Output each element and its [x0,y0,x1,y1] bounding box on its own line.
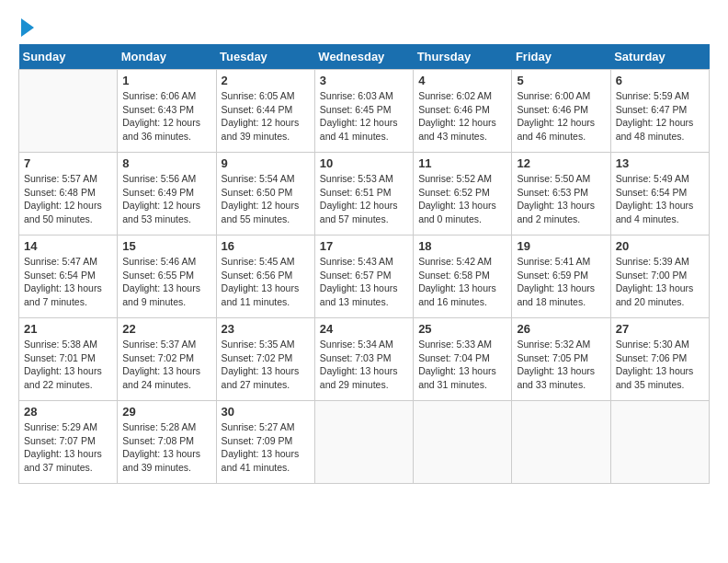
day-number: 16 [222,239,310,253]
day-number: 3 [320,74,408,87]
day-number: 6 [616,74,704,87]
day-info: Sunrise: 5:41 AM Sunset: 6:59 PM Dayligh… [517,255,605,309]
day-number: 24 [320,322,408,336]
calendar-cell: 29Sunrise: 5:28 AM Sunset: 7:08 PM Dayli… [118,401,216,484]
calendar-cell: 26Sunrise: 5:32 AM Sunset: 7:05 PM Dayli… [512,318,610,401]
calendar-week-row: 21Sunrise: 5:38 AM Sunset: 7:01 PM Dayli… [19,318,710,401]
calendar-cell: 6Sunrise: 5:59 AM Sunset: 6:47 PM Daylig… [610,70,709,153]
day-info: Sunrise: 5:42 AM Sunset: 6:58 PM Dayligh… [418,255,506,309]
calendar-week-row: 1Sunrise: 6:06 AM Sunset: 6:43 PM Daylig… [19,70,710,153]
calendar-cell: 7Sunrise: 5:57 AM Sunset: 6:48 PM Daylig… [19,153,118,236]
day-number: 2 [222,74,310,87]
day-number: 26 [517,322,605,336]
day-info: Sunrise: 5:28 AM Sunset: 7:08 PM Dayligh… [122,420,210,475]
day-number: 28 [24,405,112,419]
weekday-header-saturday: Saturday [610,44,709,70]
day-number: 15 [122,239,210,253]
calendar-cell: 13Sunrise: 5:49 AM Sunset: 6:54 PM Dayli… [610,153,709,236]
day-number: 20 [616,239,704,253]
calendar-cell: 15Sunrise: 5:46 AM Sunset: 6:55 PM Dayli… [118,236,216,318]
day-info: Sunrise: 6:06 AM Sunset: 6:43 PM Dayligh… [122,89,210,144]
day-info: Sunrise: 6:05 AM Sunset: 6:44 PM Dayligh… [222,89,310,144]
weekday-header-sunday: Sunday [19,44,118,70]
day-info: Sunrise: 6:03 AM Sunset: 6:45 PM Dayligh… [320,89,408,144]
calendar-week-row: 28Sunrise: 5:29 AM Sunset: 7:07 PM Dayli… [19,401,710,484]
calendar-cell: 18Sunrise: 5:42 AM Sunset: 6:58 PM Dayli… [414,236,512,318]
calendar-cell: 2Sunrise: 6:05 AM Sunset: 6:44 PM Daylig… [216,70,314,153]
calendar-cell: 1Sunrise: 6:06 AM Sunset: 6:43 PM Daylig… [118,70,216,153]
day-info: Sunrise: 6:02 AM Sunset: 6:46 PM Dayligh… [418,89,506,144]
day-number: 27 [616,322,704,336]
day-number: 5 [517,74,605,87]
calendar-cell: 27Sunrise: 5:30 AM Sunset: 7:06 PM Dayli… [610,318,709,401]
day-info: Sunrise: 5:43 AM Sunset: 6:57 PM Dayligh… [320,255,408,309]
day-number: 9 [222,156,310,170]
calendar-cell: 3Sunrise: 6:03 AM Sunset: 6:45 PM Daylig… [314,70,413,153]
calendar-cell: 5Sunrise: 6:00 AM Sunset: 6:46 PM Daylig… [512,70,610,153]
day-info: Sunrise: 5:56 AM Sunset: 6:49 PM Dayligh… [122,172,210,226]
day-info: Sunrise: 5:49 AM Sunset: 6:54 PM Dayligh… [616,172,704,226]
calendar-cell [610,401,709,484]
calendar-cell: 4Sunrise: 6:02 AM Sunset: 6:46 PM Daylig… [414,70,512,153]
calendar-week-row: 7Sunrise: 5:57 AM Sunset: 6:48 PM Daylig… [19,153,710,236]
calendar-cell: 17Sunrise: 5:43 AM Sunset: 6:57 PM Dayli… [314,236,413,318]
calendar-header-row: SundayMondayTuesdayWednesdayThursdayFrid… [19,44,710,70]
day-number: 25 [418,322,506,336]
day-number: 30 [222,405,310,419]
calendar-cell: 25Sunrise: 5:33 AM Sunset: 7:04 PM Dayli… [414,318,512,401]
calendar-cell [414,401,512,484]
day-info: Sunrise: 5:33 AM Sunset: 7:04 PM Dayligh… [418,338,506,392]
calendar-cell: 28Sunrise: 5:29 AM Sunset: 7:07 PM Dayli… [19,401,118,484]
day-number: 21 [24,322,112,336]
calendar-cell [19,70,118,153]
day-info: Sunrise: 5:52 AM Sunset: 6:52 PM Dayligh… [418,172,506,226]
day-info: Sunrise: 5:38 AM Sunset: 7:01 PM Dayligh… [24,338,112,392]
weekday-header-friday: Friday [512,44,610,70]
calendar-cell: 10Sunrise: 5:53 AM Sunset: 6:51 PM Dayli… [314,153,413,236]
day-info: Sunrise: 5:37 AM Sunset: 7:02 PM Dayligh… [122,338,210,392]
day-info: Sunrise: 6:00 AM Sunset: 6:46 PM Dayligh… [517,89,605,144]
day-number: 29 [122,405,210,419]
calendar-cell: 9Sunrise: 5:54 AM Sunset: 6:50 PM Daylig… [216,153,314,236]
weekday-header-tuesday: Tuesday [216,44,314,70]
calendar-table: SundayMondayTuesdayWednesdayThursdayFrid… [18,44,710,484]
calendar-cell: 24Sunrise: 5:34 AM Sunset: 7:03 PM Dayli… [314,318,413,401]
page-header [18,18,710,37]
day-info: Sunrise: 5:29 AM Sunset: 7:07 PM Dayligh… [24,420,112,475]
day-number: 17 [320,239,408,253]
day-number: 10 [320,156,408,170]
day-number: 1 [122,74,210,87]
day-info: Sunrise: 5:30 AM Sunset: 7:06 PM Dayligh… [616,338,704,392]
day-number: 4 [418,74,506,87]
calendar-cell: 23Sunrise: 5:35 AM Sunset: 7:02 PM Dayli… [216,318,314,401]
calendar-cell: 21Sunrise: 5:38 AM Sunset: 7:01 PM Dayli… [19,318,118,401]
day-number: 23 [222,322,310,336]
weekday-header-wednesday: Wednesday [314,44,413,70]
day-number: 12 [517,156,605,170]
day-info: Sunrise: 5:53 AM Sunset: 6:51 PM Dayligh… [320,172,408,226]
day-info: Sunrise: 5:32 AM Sunset: 7:05 PM Dayligh… [517,338,605,392]
weekday-header-thursday: Thursday [414,44,512,70]
day-info: Sunrise: 5:27 AM Sunset: 7:09 PM Dayligh… [222,420,310,475]
calendar-cell: 8Sunrise: 5:56 AM Sunset: 6:49 PM Daylig… [118,153,216,236]
calendar-cell: 14Sunrise: 5:47 AM Sunset: 6:54 PM Dayli… [19,236,118,318]
calendar-cell [314,401,413,484]
day-info: Sunrise: 5:34 AM Sunset: 7:03 PM Dayligh… [320,338,408,392]
calendar-cell: 11Sunrise: 5:52 AM Sunset: 6:52 PM Dayli… [414,153,512,236]
day-info: Sunrise: 5:45 AM Sunset: 6:56 PM Dayligh… [222,255,310,309]
day-number: 11 [418,156,506,170]
calendar-cell: 16Sunrise: 5:45 AM Sunset: 6:56 PM Dayli… [216,236,314,318]
logo [18,18,34,37]
weekday-header-monday: Monday [118,44,216,70]
calendar-cell: 19Sunrise: 5:41 AM Sunset: 6:59 PM Dayli… [512,236,610,318]
calendar-cell [512,401,610,484]
day-info: Sunrise: 5:50 AM Sunset: 6:53 PM Dayligh… [517,172,605,226]
logo-arrow-icon [21,18,34,37]
day-number: 22 [122,322,210,336]
calendar-cell: 30Sunrise: 5:27 AM Sunset: 7:09 PM Dayli… [216,401,314,484]
calendar-cell: 22Sunrise: 5:37 AM Sunset: 7:02 PM Dayli… [118,318,216,401]
day-info: Sunrise: 5:46 AM Sunset: 6:55 PM Dayligh… [122,255,210,309]
day-info: Sunrise: 5:35 AM Sunset: 7:02 PM Dayligh… [222,338,310,392]
calendar-cell: 20Sunrise: 5:39 AM Sunset: 7:00 PM Dayli… [610,236,709,318]
day-number: 18 [418,239,506,253]
